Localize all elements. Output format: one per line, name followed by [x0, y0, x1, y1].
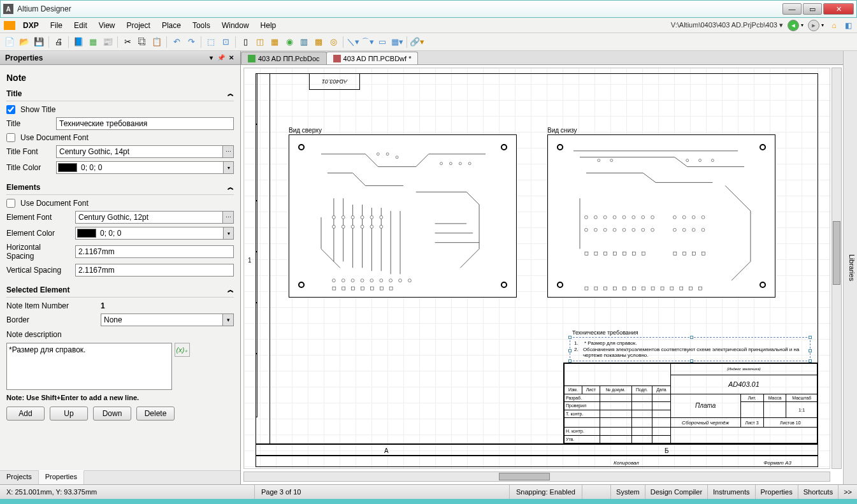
svg-point-7 — [399, 279, 402, 282]
tool2-icon[interactable]: ◫ — [253, 35, 267, 49]
sb-tab-shortcuts[interactable]: Shortcuts — [798, 485, 838, 499]
panel-pin-icon[interactable]: 📌 — [217, 54, 225, 62]
elem-color-picker[interactable]: 0; 0; 0▾ — [75, 227, 234, 240]
elem-use-doc-font-checkbox[interactable] — [6, 199, 15, 208]
place-grid-icon[interactable]: ▦▾ — [390, 35, 404, 49]
doc-tab-pcbdoc[interactable]: 403 AD ПП.PcbDoc — [241, 52, 327, 64]
panel-dropdown-icon[interactable]: ▾ — [207, 54, 215, 62]
vertical-scrollbar[interactable] — [832, 68, 842, 469]
svg-point-30 — [342, 225, 345, 228]
home-icon[interactable]: ⌂ — [829, 20, 839, 31]
svg-point-8 — [408, 279, 411, 282]
svg-point-29 — [332, 225, 335, 228]
tool4-icon[interactable]: ◉ — [282, 35, 296, 49]
dxp-icon[interactable] — [4, 21, 15, 30]
vspace-input[interactable] — [75, 264, 234, 277]
zoom-fit-icon[interactable]: ⬚ — [204, 35, 218, 49]
print-icon[interactable]: 🖨 — [52, 35, 66, 49]
tool1-icon[interactable]: ▯ — [238, 35, 252, 49]
open-icon[interactable]: 📂 — [17, 35, 31, 49]
elem-font-input[interactable] — [75, 211, 222, 224]
menu-tools[interactable]: Tools — [187, 20, 215, 31]
fx-button[interactable]: (x)₊ — [175, 343, 190, 357]
menu-place[interactable]: Place — [157, 20, 186, 31]
book-icon[interactable]: 📘 — [71, 35, 85, 49]
svg-point-23 — [332, 216, 335, 219]
border-select[interactable] — [101, 313, 222, 326]
libraries-rail[interactable]: Libraries — [843, 51, 857, 484]
title-font-browse-button[interactable]: ⋯ — [222, 145, 234, 158]
copy-icon[interactable]: ⿻ — [135, 35, 149, 49]
save-icon[interactable]: 💾 — [32, 35, 46, 49]
menu-window[interactable]: Window — [217, 20, 254, 31]
close-button[interactable]: ✕ — [823, 3, 854, 15]
menu-view[interactable]: View — [94, 20, 120, 31]
paste-icon[interactable]: 📋 — [150, 35, 164, 49]
place-arc-icon[interactable]: ⌒▾ — [361, 35, 375, 49]
nav-back-button[interactable]: ◄ — [788, 20, 799, 31]
hspace-input[interactable] — [75, 245, 234, 258]
zoom-area-icon[interactable]: ⊡ — [219, 35, 233, 49]
cut-icon[interactable]: ✂ — [120, 35, 134, 49]
note-block[interactable]: Технические требования 1.* Размер для сп… — [570, 329, 810, 361]
minimize-button[interactable]: — — [782, 3, 802, 15]
elem-font-browse-button[interactable]: ⋯ — [222, 211, 234, 224]
svg-point-58 — [702, 228, 705, 231]
collapse-icon[interactable]: ︽ — [227, 285, 234, 294]
collapse-icon[interactable]: ︽ — [227, 183, 234, 192]
title-input[interactable] — [56, 117, 234, 130]
show-title-checkbox[interactable] — [6, 105, 15, 114]
nav-forward-button[interactable]: ► — [808, 20, 819, 31]
up-button[interactable]: Up — [50, 407, 88, 421]
title-font-input[interactable] — [56, 145, 222, 158]
collapse-icon[interactable]: ︽ — [227, 89, 234, 98]
menu-help[interactable]: Help — [256, 20, 282, 31]
sb-tab-compiler[interactable]: Design Compiler — [645, 485, 707, 499]
menu-edit[interactable]: Edit — [69, 20, 92, 31]
sb-tab-properties[interactable]: Properties — [755, 485, 798, 499]
tab-properties[interactable]: Properties — [39, 470, 84, 484]
svg-point-2 — [351, 279, 354, 282]
add-button[interactable]: Add — [6, 407, 45, 421]
link-icon[interactable]: 🔗▾ — [410, 35, 424, 49]
svg-point-32 — [361, 225, 364, 228]
sb-tab-system[interactable]: System — [610, 485, 645, 499]
drawing-canvas[interactable]: AD403.01 Вид сверху Вид снизу — [241, 65, 843, 484]
redo-icon[interactable]: ↷ — [184, 35, 198, 49]
border-dropdown-button[interactable]: ▾ — [222, 313, 234, 326]
tab-projects[interactable]: Projects — [0, 471, 39, 484]
down-button[interactable]: Down — [93, 407, 131, 421]
undo-icon[interactable]: ↶ — [169, 35, 184, 49]
svg-point-33 — [370, 225, 373, 228]
new-icon[interactable]: 📄 — [3, 35, 17, 49]
svg-rect-82 — [699, 287, 702, 290]
menu-dxp[interactable]: DXP — [18, 20, 44, 31]
svg-rect-80 — [680, 287, 683, 290]
tool7-icon[interactable]: ◎ — [326, 35, 340, 49]
menu-project[interactable]: Project — [122, 20, 155, 31]
horizontal-scrollbar[interactable] — [243, 472, 830, 482]
doc-icon[interactable]: 📰 — [101, 35, 115, 49]
title-color-picker[interactable]: 0; 0; 0▾ — [56, 161, 234, 174]
svg-rect-64 — [632, 252, 635, 256]
place-rect-icon[interactable]: ▭ — [375, 35, 389, 49]
menu-file[interactable]: File — [45, 20, 68, 31]
svg-point-86 — [699, 159, 702, 162]
desc-textarea[interactable]: *Размер для справок. — [6, 343, 172, 390]
tool3-icon[interactable]: ▦ — [268, 35, 282, 49]
delete-button[interactable]: Delete — [136, 407, 175, 421]
tool5-icon[interactable]: ▥ — [297, 35, 311, 49]
title-use-doc-font-checkbox[interactable] — [6, 133, 15, 142]
svg-point-1 — [342, 279, 345, 282]
maximize-button[interactable]: ▭ — [803, 3, 822, 15]
svg-point-18 — [459, 162, 461, 165]
tool6-icon[interactable]: ▩ — [312, 35, 326, 49]
sb-tab-instruments[interactable]: Instruments — [707, 485, 754, 499]
panel-close-icon[interactable]: ✕ — [227, 54, 235, 62]
sb-more-button[interactable]: >> — [838, 485, 857, 499]
sheet-icon[interactable]: ▦ — [86, 35, 100, 49]
favorites-icon[interactable]: ◧ — [843, 20, 853, 31]
place-line-icon[interactable]: ＼▾ — [346, 35, 360, 49]
project-path[interactable]: V:\Altium\0403\403 AD.PrjPcb\403 ▾ — [668, 21, 786, 29]
doc-tab-pcbdwf[interactable]: 403 AD ПП.PCBDwf * — [326, 52, 419, 64]
